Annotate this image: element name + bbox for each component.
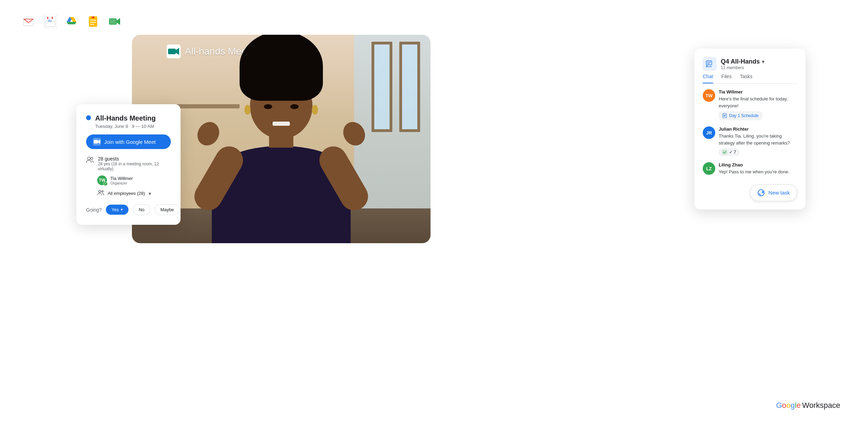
liling-message-content: Liling Zhao Yep! Pass to me when you're … xyxy=(719,162,790,175)
google-wordmark: Google xyxy=(776,401,801,410)
o2-letter: o xyxy=(786,401,791,410)
teeth xyxy=(273,122,290,126)
chat-header: Q4 All-Hands ▾ 11 members xyxy=(703,57,797,71)
chat-title-group: Q4 All-Hands ▾ 11 members xyxy=(721,58,765,70)
group-icon xyxy=(97,189,104,197)
event-time: Tuesday, June 8 · 9 — 10 AM xyxy=(95,124,156,129)
meet-icon-video xyxy=(167,44,181,58)
google-workspace-branding: Google Workspace xyxy=(776,401,840,410)
chat-card: Q4 All-Hands ▾ 11 members Chat Files Tas… xyxy=(694,49,806,209)
svg-point-28 xyxy=(99,190,101,192)
maybe-label: Maybe xyxy=(160,207,174,212)
chat-members-count: 11 members xyxy=(721,65,765,70)
keep-icon[interactable] xyxy=(85,14,101,29)
workspace-label: Workspace xyxy=(802,401,840,410)
svg-rect-30 xyxy=(706,61,712,65)
spaces-icon-svg xyxy=(706,60,714,68)
tab-tasks[interactable]: Tasks xyxy=(740,74,752,83)
svg-point-27 xyxy=(91,157,93,159)
chat-room-title: Q4 All-Hands xyxy=(721,58,760,65)
chat-message-1: TW Tia Willmer Here's the final schedule… xyxy=(703,89,797,120)
organizer-check: ✓ xyxy=(103,182,108,186)
going-label: Going? xyxy=(86,207,102,213)
tia-avatar: TW xyxy=(703,89,715,102)
julian-sender-name: Julian Richter xyxy=(719,126,797,132)
o1-letter: o xyxy=(782,401,786,410)
svg-point-29 xyxy=(102,191,103,192)
attendees-label: All employees (28) xyxy=(108,191,145,196)
chat-message-3: LZ Liling Zhao Yep! Pass to me when you'… xyxy=(703,162,797,175)
tia-message-text: Here's the final schedule for today, eve… xyxy=(719,96,797,109)
organizer-name: Tia Willmer xyxy=(110,176,133,181)
liling-avatar: LZ xyxy=(703,162,715,175)
right-hand xyxy=(339,118,369,150)
chat-dropdown-icon[interactable]: ▾ xyxy=(762,58,765,65)
calendar-event-card: All-Hands Meeting Tuesday, June 8 · 9 — … xyxy=(76,104,181,225)
join-button-label: Join with Google Meet xyxy=(104,139,156,145)
new-task-button[interactable]: New task xyxy=(750,184,797,201)
g2-letter: g xyxy=(791,401,795,410)
vote-count: ✓ 7 xyxy=(729,150,736,155)
guests-icon xyxy=(86,157,94,165)
guests-section: 28 guests 28 yes (16 in a meeting room, … xyxy=(86,156,171,171)
yes-button[interactable]: Yes ▾ xyxy=(106,205,128,215)
liling-sender-name: Liling Zhao xyxy=(719,162,790,167)
left-earring xyxy=(244,105,251,115)
no-button[interactable]: No xyxy=(133,204,150,215)
tia-sender-name: Tia Willmer xyxy=(719,89,797,94)
chevron-down-icon[interactable]: ▾ xyxy=(149,191,151,196)
event-header: All-Hands Meeting Tuesday, June 8 · 9 — … xyxy=(86,114,171,129)
top-app-bar: 81 xyxy=(21,14,122,29)
julian-message-content: Julian Richter Thanks Tia. Liling, you'r… xyxy=(719,126,797,156)
guests-info: 28 guests 28 yes (16 in a meeting room, … xyxy=(98,156,171,171)
julian-message-text: Thanks Tia. Liling, you're taking strate… xyxy=(719,133,797,146)
svg-rect-18 xyxy=(168,49,176,54)
doc-icon xyxy=(722,113,727,118)
meet-join-icon xyxy=(93,138,101,146)
checkmark-icon xyxy=(722,150,727,155)
new-task-section: New task xyxy=(703,182,797,201)
left-hand xyxy=(193,118,224,150)
new-task-icon xyxy=(757,189,765,197)
maybe-button[interactable]: Maybe xyxy=(155,204,180,215)
svg-text:81: 81 xyxy=(48,19,52,23)
g-letter: G xyxy=(776,401,782,410)
day1-attachment[interactable]: Day 1 Schedule xyxy=(719,111,762,120)
tab-chat[interactable]: Chat xyxy=(703,74,713,83)
event-color-dot xyxy=(86,115,91,120)
tia-message-content: Tia Willmer Here's the final schedule fo… xyxy=(719,89,797,120)
attachment-label: Day 1 Schedule xyxy=(729,113,759,118)
svg-rect-10 xyxy=(92,16,94,18)
svg-rect-16 xyxy=(110,19,116,24)
organizer-info: Tia Willmer Organizer xyxy=(110,176,133,185)
meet-icon[interactable] xyxy=(107,14,122,29)
e-letter: e xyxy=(796,401,801,410)
chat-spaces-icon xyxy=(703,57,717,71)
organizer-role: Organizer xyxy=(110,181,133,185)
going-section: Going? Yes ▾ No Maybe xyxy=(86,204,171,215)
chat-tabs: Chat Files Tasks xyxy=(703,74,797,84)
no-label: No xyxy=(139,207,144,212)
yes-label: Yes xyxy=(111,207,119,212)
attendees-icon xyxy=(97,190,104,196)
event-title: All-Hands Meeting xyxy=(95,114,156,122)
left-eye xyxy=(264,104,272,109)
svg-rect-25 xyxy=(94,140,98,143)
vote-badge[interactable]: ✓ 7 xyxy=(719,148,740,156)
join-google-meet-button[interactable]: Join with Google Meet xyxy=(86,134,171,149)
drive-icon[interactable] xyxy=(64,14,79,29)
svg-rect-7 xyxy=(52,17,53,19)
svg-point-26 xyxy=(87,157,90,160)
organizer-row: TW ✓ Tia Willmer Organizer xyxy=(97,175,171,185)
tab-files[interactable]: Files xyxy=(721,74,732,83)
calendar-icon[interactable]: 81 xyxy=(42,14,58,29)
right-eye xyxy=(290,104,299,109)
new-task-label: New task xyxy=(768,190,790,196)
chat-message-2: JR Julian Richter Thanks Tia. Liling, yo… xyxy=(703,126,797,156)
yes-chevron-icon[interactable]: ▾ xyxy=(121,207,123,212)
svg-rect-6 xyxy=(47,17,48,19)
gmail-icon[interactable] xyxy=(21,14,36,29)
svg-rect-37 xyxy=(722,150,727,155)
right-earring xyxy=(312,105,318,115)
guests-count: 28 guests xyxy=(98,156,171,162)
